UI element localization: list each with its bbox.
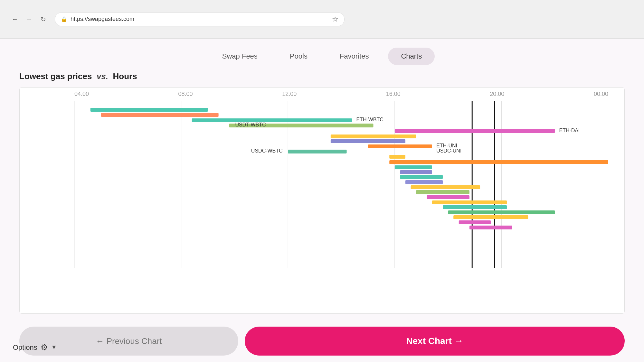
svg-rect-25 <box>427 195 469 199</box>
svg-rect-16 <box>288 150 346 153</box>
svg-rect-20 <box>400 170 432 174</box>
tab-favorites[interactable]: Favorites <box>327 48 382 65</box>
time-label-20: 20:00 <box>490 91 504 97</box>
chevron-down-icon: ▼ <box>51 344 57 351</box>
svg-text:ETH-WBTC: ETH-WBTC <box>356 117 383 122</box>
svg-rect-12 <box>395 129 555 133</box>
svg-rect-22 <box>405 180 443 184</box>
svg-text:ETH-DAI: ETH-DAI <box>559 128 580 133</box>
svg-rect-26 <box>432 200 507 204</box>
svg-rect-15 <box>368 144 432 148</box>
svg-rect-18 <box>389 160 608 164</box>
chart-grid: ETH-USDT ETH-USDC ETH-WBTC USDT-WBTC ETH… <box>74 101 608 268</box>
options-label: Options <box>13 343 37 352</box>
svg-text:USDC-WBTC: USDC-WBTC <box>251 148 283 153</box>
svg-rect-28 <box>448 210 555 214</box>
next-chart-button[interactable]: Next Chart → <box>245 327 625 356</box>
tab-charts[interactable]: Charts <box>388 48 435 65</box>
svg-text:ETH-UNI: ETH-UNI <box>436 143 457 148</box>
url-text: https://swapgasfees.com <box>71 16 134 23</box>
gear-icon: ⚙ <box>41 342 48 352</box>
svg-rect-19 <box>395 165 432 169</box>
address-bar[interactable]: 🔒 https://swapgasfees.com ☆ <box>55 12 345 26</box>
tab-pools[interactable]: Pools <box>277 48 320 65</box>
svg-rect-24 <box>416 190 469 194</box>
time-label-12: 12:00 <box>282 91 297 97</box>
svg-rect-8 <box>90 108 208 112</box>
time-label-00: 00:00 <box>594 91 608 97</box>
svg-rect-31 <box>469 226 512 229</box>
time-label-16: 16:00 <box>386 91 401 97</box>
svg-rect-13 <box>331 135 416 138</box>
svg-rect-9 <box>101 113 219 117</box>
refresh-button[interactable]: ↻ <box>38 14 48 24</box>
bottom-nav: ← Previous Chart Next Chart → <box>0 320 644 362</box>
svg-rect-29 <box>453 215 528 219</box>
svg-rect-23 <box>411 185 480 189</box>
svg-rect-30 <box>459 220 491 224</box>
bookmark-button[interactable]: ☆ <box>332 15 338 23</box>
forward-button[interactable]: → <box>24 14 34 24</box>
svg-rect-27 <box>443 205 507 209</box>
svg-text:USDC-UNI: USDC-UNI <box>436 148 461 153</box>
main-content: Lowest gas prices vs. Hours 04:00 08:00 … <box>0 71 644 320</box>
back-button[interactable]: ← <box>10 14 20 24</box>
chart-area: 04:00 08:00 12:00 16:00 20:00 00:00 <box>19 87 625 314</box>
options-area[interactable]: Options ⚙ ▼ <box>13 342 57 352</box>
nav-buttons: ← → ↻ <box>10 14 48 24</box>
svg-rect-17 <box>389 155 405 159</box>
lock-icon: 🔒 <box>61 16 67 22</box>
svg-rect-14 <box>331 139 405 143</box>
svg-rect-7 <box>472 101 495 268</box>
chart-title: Lowest gas prices vs. Hours <box>19 71 625 81</box>
time-label-04: 04:00 <box>74 91 89 97</box>
svg-text:USDT-WBTC: USDT-WBTC <box>235 122 266 127</box>
nav-tabs: Swap Fees Pools Favorites Charts <box>0 39 644 71</box>
svg-rect-21 <box>400 175 443 179</box>
browser-chrome: ← → ↻ 🔒 https://swapgasfees.com ☆ <box>0 0 644 39</box>
tab-swap-fees[interactable]: Swap Fees <box>209 48 270 65</box>
svg-rect-10 <box>192 118 352 122</box>
page: Swap Fees Pools Favorites Charts Lowest … <box>0 39 644 362</box>
time-label-08: 08:00 <box>178 91 193 97</box>
